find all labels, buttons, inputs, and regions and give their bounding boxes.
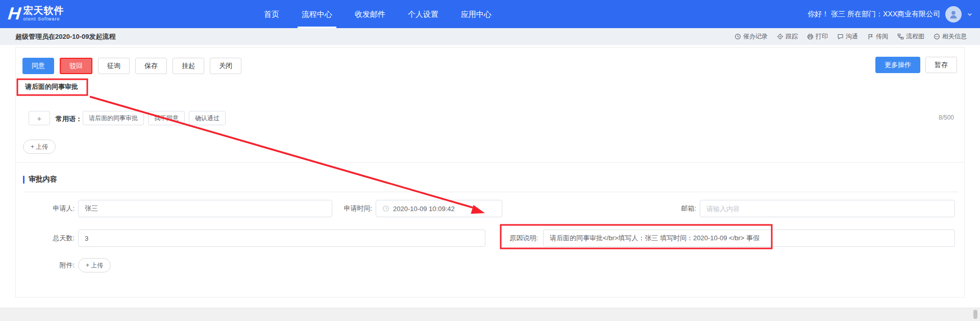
action-reminder-record[interactable]: 催办记录 — [734, 32, 768, 41]
nav-item-process-center[interactable]: 流程中心 — [290, 0, 344, 28]
applicant-label: 申请人: — [31, 200, 75, 217]
common-phrases-label: 常用语： — [56, 114, 82, 124]
logo-mark: H — [7, 3, 22, 24]
flowchart-icon — [897, 33, 904, 40]
clock-icon — [382, 205, 389, 212]
info-dots-icon — [934, 33, 940, 40]
flag-icon — [867, 33, 874, 40]
applicant-field[interactable] — [78, 200, 332, 217]
nav-item-home[interactable]: 首页 — [253, 0, 290, 28]
apply-time-label: 申请时间: — [321, 200, 372, 217]
printer-icon — [807, 33, 814, 40]
total-days-label: 总天数: — [31, 230, 75, 247]
section-title: 审批内容 — [29, 175, 57, 184]
section-divider — [23, 192, 958, 192]
action-track[interactable]: 跟踪 — [777, 32, 798, 41]
action-toolbar: 同意 驳回 征询 保存 挂起 关闭 — [22, 58, 241, 74]
total-days-field[interactable] — [78, 230, 485, 247]
target-icon — [777, 33, 783, 40]
char-counter: 8/500 — [939, 114, 954, 121]
info-bar: 超级管理员在2020-10-09发起流程 催办记录 跟踪 打印 沟通 传阅 流程… — [0, 28, 980, 45]
brand-logo[interactable]: H 宏天软件 otent Software — [8, 3, 64, 24]
phrase-chip[interactable]: 确认通过 — [189, 111, 226, 125]
user-greeting: 你好！ 张三 所在部门：XXX商业有限公司 — [807, 10, 940, 19]
stash-button[interactable]: 暂存 — [925, 57, 957, 73]
apply-time-value: 2020-10-09 10:09:42 — [393, 205, 455, 213]
close-button[interactable]: 关闭 — [210, 58, 241, 74]
nav-item-mail[interactable]: 收发邮件 — [344, 0, 397, 28]
opinion-text: 请后面的同事审批 — [25, 82, 78, 91]
opinion-footer: + 常用语： 请后面的同事审批 我不同意 确认通过 8/500 — [16, 109, 964, 129]
action-related-info[interactable]: 相关信息 — [934, 32, 967, 41]
add-phrase-button[interactable]: + — [29, 111, 50, 125]
panel-divider — [16, 162, 964, 163]
action-print[interactable]: 打印 — [807, 32, 828, 41]
action-communicate[interactable]: 沟通 — [837, 32, 858, 41]
action-circulate[interactable]: 传阅 — [867, 32, 888, 41]
section-header: 审批内容 — [23, 175, 57, 184]
brand-subtitle: otent Software — [23, 16, 64, 21]
more-actions-button[interactable]: 更多操作 — [875, 57, 920, 73]
bottom-scroll-area — [0, 308, 980, 321]
apply-time-field[interactable]: 2020-10-09 10:09:42 — [376, 200, 502, 217]
section-accent-bar — [23, 176, 24, 184]
brand-name: 宏天软件 — [23, 5, 64, 16]
nav-item-personal-settings[interactable]: 个人设置 — [397, 0, 450, 28]
chat-icon — [837, 33, 844, 40]
suspend-button[interactable]: 挂起 — [173, 58, 204, 74]
reject-button[interactable]: 驳回 — [60, 58, 92, 74]
clock-icon — [734, 33, 741, 40]
agree-button[interactable]: 同意 — [22, 58, 54, 74]
main-menu: 首页 流程中心 收发邮件 个人设置 应用中心 — [253, 0, 503, 28]
scrollbar-thumb[interactable] — [973, 310, 977, 319]
user-icon — [948, 9, 959, 20]
nav-item-app-center[interactable]: 应用中心 — [450, 0, 503, 28]
reason-field[interactable] — [543, 230, 955, 247]
phrase-chip[interactable]: 我不同意 — [148, 111, 185, 125]
consult-button[interactable]: 征询 — [98, 58, 130, 74]
attachment-label: 附件: — [31, 257, 75, 274]
email-field[interactable] — [700, 200, 955, 217]
reason-label: 原因说明: — [488, 230, 538, 247]
approval-card: 同意 驳回 征询 保存 挂起 关闭 更多操作 暂存 请后面的同事审批 + 常用语… — [15, 47, 965, 297]
save-button[interactable]: 保存 — [135, 58, 167, 74]
avatar[interactable] — [945, 6, 962, 22]
process-title: 超级管理员在2020-10-09发起流程 — [15, 32, 116, 41]
action-flow-diagram[interactable]: 流程图 — [897, 32, 924, 41]
top-nav: H 宏天软件 otent Software 首页 流程中心 收发邮件 个人设置 … — [0, 0, 980, 28]
email-label: 邮箱: — [649, 200, 696, 217]
attachment-upload-button[interactable]: + 上传 — [78, 258, 111, 272]
phrase-chip[interactable]: 请后面的同事审批 — [83, 111, 144, 125]
opinion-upload-button[interactable]: + 上传 — [23, 140, 56, 154]
chevron-down-icon[interactable] — [967, 11, 973, 17]
